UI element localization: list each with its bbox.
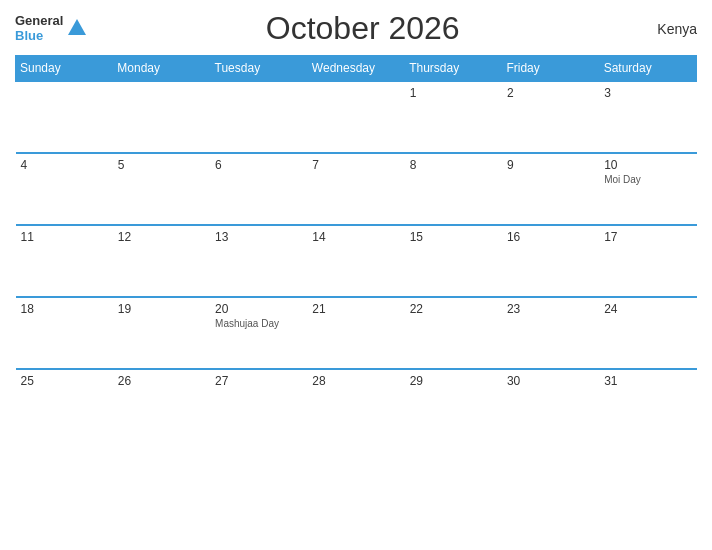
week-row-4: 25262728293031 [16,369,697,441]
day-number: 29 [410,374,497,388]
weekday-header-wednesday: Wednesday [307,56,404,82]
day-cell: 28 [307,369,404,441]
day-number: 5 [118,158,205,172]
week-row-1: 45678910Moi Day [16,153,697,225]
day-cell: 19 [113,297,210,369]
day-cell: 18 [16,297,113,369]
day-number: 15 [410,230,497,244]
day-number: 10 [604,158,691,172]
day-cell: 14 [307,225,404,297]
logo: General Blue [15,14,88,43]
day-number: 25 [21,374,108,388]
day-cell: 7 [307,153,404,225]
day-cell: 29 [405,369,502,441]
day-number: 30 [507,374,594,388]
day-number: 28 [312,374,399,388]
day-cell: 17 [599,225,696,297]
day-cell [307,81,404,153]
day-number: 24 [604,302,691,316]
country-label: Kenya [637,21,697,37]
day-number: 4 [21,158,108,172]
day-number: 7 [312,158,399,172]
day-cell: 24 [599,297,696,369]
day-cell: 21 [307,297,404,369]
day-number: 17 [604,230,691,244]
week-row-2: 11121314151617 [16,225,697,297]
day-number: 2 [507,86,594,100]
day-number: 23 [507,302,594,316]
logo-general-text: General [15,14,63,28]
day-cell: 2 [502,81,599,153]
day-cell: 3 [599,81,696,153]
day-number: 11 [21,230,108,244]
day-number: 26 [118,374,205,388]
day-cell: 4 [16,153,113,225]
calendar-title: October 2026 [88,10,637,47]
day-cell: 16 [502,225,599,297]
day-number: 18 [21,302,108,316]
day-cell [113,81,210,153]
day-number: 20 [215,302,302,316]
day-cell: 11 [16,225,113,297]
calendar-header: General Blue October 2026 Kenya [15,10,697,47]
week-row-3: 181920Mashujaa Day21222324 [16,297,697,369]
day-cell: 6 [210,153,307,225]
day-cell: 12 [113,225,210,297]
day-cell: 26 [113,369,210,441]
day-number: 12 [118,230,205,244]
day-cell: 5 [113,153,210,225]
day-cell [16,81,113,153]
day-cell: 9 [502,153,599,225]
day-number: 9 [507,158,594,172]
weekday-header-saturday: Saturday [599,56,696,82]
logo-icon [66,17,88,39]
day-cell: 31 [599,369,696,441]
day-cell: 22 [405,297,502,369]
day-number: 22 [410,302,497,316]
day-cell: 8 [405,153,502,225]
day-cell: 27 [210,369,307,441]
day-number: 1 [410,86,497,100]
weekday-header-row: SundayMondayTuesdayWednesdayThursdayFrid… [16,56,697,82]
day-cell: 13 [210,225,307,297]
weekday-header-friday: Friday [502,56,599,82]
day-number: 21 [312,302,399,316]
holiday-name: Mashujaa Day [215,318,302,329]
weekday-header-thursday: Thursday [405,56,502,82]
day-cell: 15 [405,225,502,297]
day-number: 27 [215,374,302,388]
day-number: 19 [118,302,205,316]
holiday-name: Moi Day [604,174,691,185]
day-cell: 20Mashujaa Day [210,297,307,369]
day-number: 6 [215,158,302,172]
day-cell: 25 [16,369,113,441]
day-number: 3 [604,86,691,100]
day-number: 13 [215,230,302,244]
svg-marker-0 [68,19,86,35]
day-number: 8 [410,158,497,172]
logo-blue-text: Blue [15,29,63,43]
weekday-header-tuesday: Tuesday [210,56,307,82]
calendar-container: General Blue October 2026 Kenya SundayMo… [0,0,712,550]
weekday-header-sunday: Sunday [16,56,113,82]
calendar-table: SundayMondayTuesdayWednesdayThursdayFrid… [15,55,697,441]
day-cell: 23 [502,297,599,369]
day-number: 16 [507,230,594,244]
week-row-0: 123 [16,81,697,153]
day-number: 31 [604,374,691,388]
day-number: 14 [312,230,399,244]
weekday-header-monday: Monday [113,56,210,82]
day-cell [210,81,307,153]
day-cell: 30 [502,369,599,441]
day-cell: 10Moi Day [599,153,696,225]
day-cell: 1 [405,81,502,153]
